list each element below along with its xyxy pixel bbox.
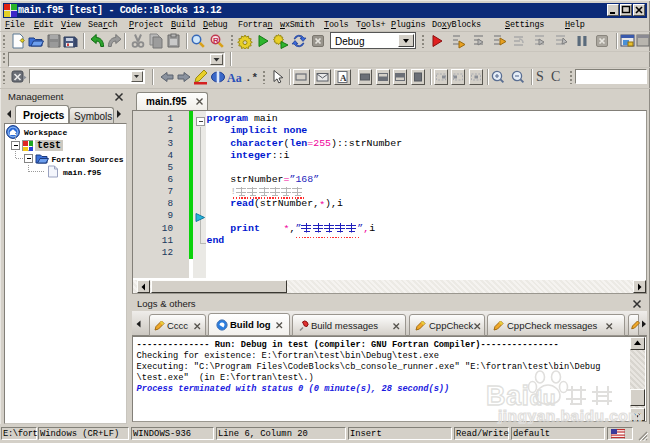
svg-text:Aa: Aa xyxy=(227,71,242,85)
svg-text:A: A xyxy=(340,73,347,83)
svg-text:R: R xyxy=(213,36,219,45)
svg-text:.*: .* xyxy=(245,72,258,84)
